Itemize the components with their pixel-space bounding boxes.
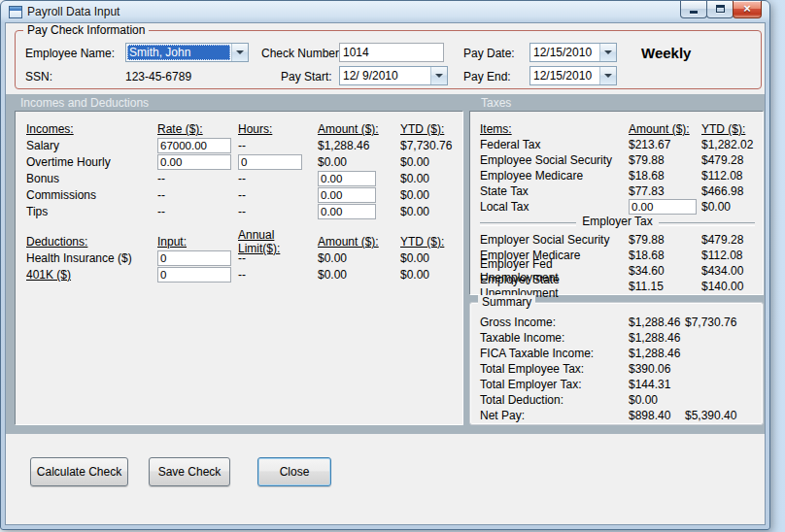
commissions-ytd: $0.00 bbox=[400, 188, 462, 202]
pay-end-value: 12/15/2010 bbox=[530, 67, 599, 84]
employee-name-select[interactable]: Smith, John bbox=[125, 43, 249, 62]
bonus-label: Bonus bbox=[26, 172, 157, 185]
deduction-ytd-header: YTD ($): bbox=[400, 235, 462, 249]
pay-end-label: Pay End: bbox=[463, 70, 511, 83]
employer-tax-subheader-label: Employer Tax bbox=[576, 215, 658, 228]
employer-medicare-ytd: $112.08 bbox=[701, 249, 763, 262]
deduction-row-health-insurance: Health Insurance ($) -- $0.00 $0.00 bbox=[26, 249, 462, 266]
commissions-amount-input[interactable] bbox=[318, 187, 376, 203]
federal-tax-amount: $213.67 bbox=[629, 138, 701, 151]
close-button[interactable]: Close bbox=[257, 457, 331, 486]
window-title: Payroll Data Input bbox=[27, 5, 119, 18]
employee-medicare-label: Employee Medicare bbox=[480, 169, 629, 183]
health-insurance-label: Health Insurance ($) bbox=[26, 251, 157, 265]
minimize-icon bbox=[690, 11, 698, 14]
input-header: Input: bbox=[157, 235, 238, 249]
close-icon: × bbox=[743, 1, 751, 17]
health-insurance-input[interactable] bbox=[157, 250, 231, 266]
summary-row-fica: FICA Taxable Income: $1,288.46 bbox=[480, 346, 763, 361]
tips-amount-input[interactable] bbox=[318, 204, 376, 219]
commissions-label: Commissions bbox=[26, 188, 157, 202]
employee-ss-label: Employee Social Security bbox=[480, 153, 629, 167]
employee-name-chevron-down-icon[interactable] bbox=[231, 44, 248, 61]
bonus-rate: -- bbox=[157, 172, 238, 185]
maximize-button[interactable] bbox=[706, 1, 734, 18]
employer-ss-ytd: $479.28 bbox=[701, 233, 763, 247]
pay-date-label: Pay Date: bbox=[463, 47, 515, 60]
overtime-label: Overtime Hourly bbox=[26, 155, 157, 169]
pay-start-chevron-down-icon[interactable] bbox=[430, 67, 447, 84]
pay-date-picker[interactable]: 12/15/2010 bbox=[529, 43, 617, 62]
salary-hours: -- bbox=[238, 139, 318, 152]
summary-row-total-deduction: Total Deduction: $0.00 bbox=[480, 392, 763, 408]
local-tax-ytd: $0.00 bbox=[701, 200, 763, 214]
deduction-amount-header: Amount ($): bbox=[318, 235, 400, 249]
taxes-header-row: Items: Amount ($): YTD ($): bbox=[480, 121, 763, 137]
pay-start-label: Pay Start: bbox=[281, 70, 332, 83]
app-icon bbox=[9, 6, 22, 18]
pay-date-chevron-down-icon[interactable] bbox=[599, 44, 616, 61]
taxable-income-amount: $1,288.46 bbox=[629, 331, 685, 345]
employee-name-label: Employee Name: bbox=[25, 47, 115, 60]
tax-amount-header: Amount ($): bbox=[629, 122, 701, 136]
employer-state-unemployment-ytd: $140.00 bbox=[701, 280, 763, 293]
save-check-button[interactable]: Save Check bbox=[149, 457, 230, 486]
titlebar[interactable]: Payroll Data Input × bbox=[1, 1, 769, 22]
401k-label: 401K ($) bbox=[26, 268, 157, 282]
pay-end-picker[interactable]: 12/15/2010 bbox=[529, 66, 617, 85]
summary-row-total-employer-tax: Total Employer Tax: $144.31 bbox=[480, 377, 763, 392]
ytd-header: YTD ($): bbox=[400, 122, 462, 136]
overtime-rate-input[interactable] bbox=[157, 154, 231, 170]
overtime-amount: $0.00 bbox=[318, 155, 400, 169]
overtime-ytd: $0.00 bbox=[400, 155, 462, 169]
health-insurance-amount: $0.00 bbox=[318, 251, 400, 265]
income-row-overtime: Overtime Hourly $0.00 $0.00 bbox=[26, 153, 462, 170]
tips-hours: -- bbox=[238, 205, 318, 218]
total-deduction-amount: $0.00 bbox=[629, 393, 685, 407]
total-deduction-label: Total Deduction: bbox=[480, 393, 629, 407]
employer-ss-label: Employer Social Security bbox=[480, 233, 629, 247]
401k-limit: -- bbox=[238, 268, 318, 282]
401k-input[interactable] bbox=[157, 267, 231, 283]
local-tax-input[interactable] bbox=[629, 199, 697, 215]
bonus-ytd: $0.00 bbox=[400, 172, 462, 185]
check-number-label: Check Number: bbox=[261, 47, 342, 60]
employee-medicare-amount: $18.68 bbox=[629, 169, 701, 183]
net-pay-ytd: $5,390.40 bbox=[685, 409, 763, 422]
minimize-button[interactable] bbox=[680, 1, 707, 18]
gross-income-ytd: $7,730.76 bbox=[685, 316, 763, 329]
titlebar-close-button[interactable]: × bbox=[733, 1, 762, 18]
incomes-section-label: Incomes and Deductions bbox=[20, 96, 149, 110]
tax-row-employer-state-unemployment: Employer State Unemployment $11.15 $140.… bbox=[480, 279, 763, 294]
employer-state-unemployment-amount: $11.15 bbox=[629, 280, 701, 293]
fica-taxable-label: FICA Taxable Income: bbox=[480, 347, 629, 360]
tips-label: Tips bbox=[26, 205, 157, 218]
employer-ss-amount: $79.88 bbox=[629, 233, 701, 247]
taxes-panel: Items: Amount ($): YTD ($): Federal Tax … bbox=[469, 111, 764, 295]
tips-rate: -- bbox=[157, 205, 238, 218]
overtime-hours-input[interactable] bbox=[238, 154, 302, 170]
income-row-bonus: Bonus -- -- $0.00 bbox=[26, 170, 462, 186]
summary-row-taxable: Taxable Income: $1,288.46 bbox=[480, 330, 763, 346]
total-employee-tax-label: Total Employee Tax: bbox=[480, 362, 629, 376]
salary-rate-input[interactable] bbox=[157, 138, 231, 153]
health-insurance-ytd: $0.00 bbox=[400, 251, 462, 265]
check-number-input[interactable] bbox=[339, 43, 444, 62]
bonus-amount-input[interactable] bbox=[318, 171, 376, 186]
local-tax-label: Local Tax bbox=[480, 200, 629, 214]
tax-row-employee-medicare: Employee Medicare $18.68 $112.08 bbox=[480, 168, 763, 183]
deduction-row-401k: 401K ($) -- $0.00 $0.00 bbox=[26, 266, 462, 283]
tax-row-local: Local Tax $0.00 bbox=[480, 199, 763, 215]
calculate-check-button[interactable]: Calculate Check bbox=[30, 457, 128, 486]
commissions-rate: -- bbox=[157, 188, 238, 202]
tips-ytd: $0.00 bbox=[400, 205, 462, 218]
maximize-icon bbox=[716, 5, 725, 13]
paycheck-info-legend: Pay Check Information bbox=[23, 23, 149, 37]
incomes-taxes-region: Incomes and Deductions Taxes Incomes: Ra… bbox=[6, 94, 765, 434]
pay-start-picker[interactable]: 12/ 9/2010 bbox=[339, 66, 448, 85]
tax-row-state: State Tax $77.83 $466.98 bbox=[480, 183, 763, 199]
income-row-commissions: Commissions -- -- $0.00 bbox=[26, 186, 462, 203]
pay-start-value: 12/ 9/2010 bbox=[340, 67, 430, 84]
items-header: Items: bbox=[480, 122, 629, 136]
pay-end-chevron-down-icon[interactable] bbox=[599, 67, 616, 84]
